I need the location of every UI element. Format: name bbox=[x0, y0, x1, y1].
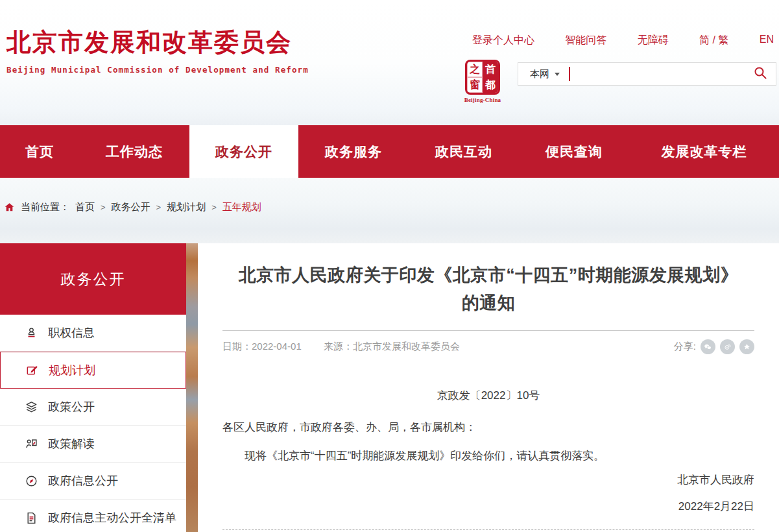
breadcrumb-item[interactable]: 首页 bbox=[75, 201, 95, 213]
nav-item[interactable]: 政民互动 bbox=[409, 125, 519, 178]
breadcrumb: 当前位置： 首页>政务公开>规划计划>五年规划 bbox=[0, 178, 779, 213]
sidebar-item[interactable]: 规划计划 bbox=[0, 352, 186, 389]
article-paragraph: 各区人民政府，市政府各委、办、局，各市属机构： bbox=[222, 418, 754, 436]
chevron-down-icon bbox=[555, 73, 560, 76]
layers-icon bbox=[23, 399, 39, 415]
search-scope-label: 本网 bbox=[530, 68, 549, 80]
nav-item[interactable]: 政务服务 bbox=[298, 125, 409, 178]
search-input[interactable] bbox=[570, 63, 746, 85]
sidebar-item[interactable]: 政府信息主动公开全清单 bbox=[0, 500, 186, 532]
breadcrumb-item[interactable]: 五年规划 bbox=[222, 201, 261, 213]
sidebar: 政务公开 职权信息规划计划政策公开政策解读政府信息公开政府信息主动公开全清单 bbox=[0, 243, 186, 532]
compass-icon bbox=[23, 473, 39, 489]
sidebar-item-label: 政策解读 bbox=[48, 436, 95, 452]
site-logo[interactable]: 北京市发展和改革委员会 Beijing Municipal Commission… bbox=[6, 26, 309, 75]
nav-item[interactable]: 便民查询 bbox=[519, 125, 629, 178]
nav-item[interactable]: 政务公开 bbox=[189, 125, 298, 178]
home-icon[interactable] bbox=[4, 202, 15, 213]
page: 北京市发展和改革委员会 Beijing Municipal Commission… bbox=[0, 0, 779, 532]
stamp-character: 首 bbox=[483, 62, 498, 77]
breadcrumb-separator: > bbox=[156, 202, 162, 212]
search-button[interactable] bbox=[746, 63, 776, 85]
sidebar-item[interactable]: 政府信息公开 bbox=[0, 463, 186, 500]
article-date: 日期：2022-04-01 bbox=[222, 341, 302, 352]
share-label: 分享: bbox=[674, 341, 696, 353]
sidebar-item[interactable]: 政策公开 bbox=[0, 389, 186, 426]
capital-window-logo[interactable]: 之首窗都 Beijing-China bbox=[462, 60, 503, 103]
site-logo-title: 北京市发展和改革委员会 bbox=[6, 26, 309, 59]
sidebar-list: 职权信息规划计划政策公开政策解读政府信息公开政府信息主动公开全清单 bbox=[0, 315, 186, 532]
search-row: 之首窗都 Beijing-China 本网 bbox=[462, 60, 776, 103]
nav-item[interactable]: 首页 bbox=[0, 125, 79, 178]
search-scope-dropdown[interactable]: 本网 bbox=[518, 68, 569, 80]
breadcrumb-separator: > bbox=[101, 202, 106, 212]
person-board-icon bbox=[23, 436, 39, 452]
main-area: 政务公开 职权信息规划计划政策公开政策解读政府信息公开政府信息主动公开全清单 北… bbox=[0, 243, 779, 532]
background-image-strip bbox=[186, 243, 198, 532]
search-box: 本网 bbox=[518, 62, 776, 86]
sidebar-header[interactable]: 政务公开 bbox=[0, 243, 186, 315]
nav-item[interactable]: 工作动态 bbox=[79, 125, 189, 178]
top-link-english[interactable]: EN bbox=[760, 34, 774, 47]
nav-item[interactable]: 发展改革专栏 bbox=[629, 125, 779, 178]
sidebar-item[interactable]: 职权信息 bbox=[0, 315, 186, 352]
capital-window-seal: 之首窗都 bbox=[465, 60, 500, 95]
weibo-icon[interactable] bbox=[720, 339, 735, 354]
share-bar: 分享: bbox=[674, 339, 754, 354]
edit-icon bbox=[24, 363, 40, 378]
site-header: 北京市发展和改革委员会 Beijing Municipal Commission… bbox=[0, 0, 779, 125]
stamp-icon bbox=[23, 325, 39, 341]
sidebar-item-label: 政策公开 bbox=[48, 399, 95, 415]
sidebar-item-label: 规划计划 bbox=[49, 363, 95, 378]
document-number: 京政发〔2022〕10号 bbox=[222, 388, 754, 403]
sidebar-item[interactable]: 政策解读 bbox=[0, 426, 186, 463]
main-nav: 首页工作动态政务公开政务服务政民互动便民查询发展改革专栏 bbox=[0, 125, 779, 178]
breadcrumb-item[interactable]: 规划计划 bbox=[167, 201, 206, 213]
article-signature-date: 2022年2月22日 bbox=[222, 499, 754, 514]
top-link-login[interactable]: 登录个人中心 bbox=[472, 34, 534, 47]
site-logo-subtitle: Beijing Municipal Commission of Developm… bbox=[6, 65, 309, 75]
stamp-character: 窗 bbox=[467, 77, 483, 93]
article-panel: 北京市人民政府关于印发《北京市“十四五”时期能源发展规划》 的通知 日期：202… bbox=[198, 243, 779, 532]
top-link-accessibility[interactable]: 无障碍 bbox=[638, 34, 669, 47]
document-icon bbox=[23, 510, 39, 526]
sidebar-item-label: 政府信息主动公开全清单 bbox=[48, 510, 176, 526]
article-signature: 北京市人民政府 bbox=[222, 472, 754, 487]
top-link-smart-qa[interactable]: 智能问答 bbox=[565, 34, 606, 47]
sidebar-item-label: 政府信息公开 bbox=[48, 473, 118, 489]
article-source: 来源：北京市发展和改革委员会 bbox=[324, 341, 460, 352]
article-paragraph: 现将《北京市“十四五”时期能源发展规划》印发给你们，请认真贯彻落实。 bbox=[222, 447, 754, 465]
top-link-simplified-traditional[interactable]: 简 / 繁 bbox=[699, 34, 728, 47]
stamp-character: 之 bbox=[467, 62, 483, 77]
top-links: 登录个人中心智能问答无障碍简 / 繁EN bbox=[462, 34, 776, 47]
wechat-icon[interactable] bbox=[701, 339, 715, 354]
star-icon[interactable] bbox=[739, 339, 754, 354]
breadcrumb-separator: > bbox=[211, 202, 217, 212]
article-meta: 日期：2022-04-01 来源：北京市发展和改革委员会 分享: bbox=[222, 339, 754, 354]
breadcrumb-band: 当前位置： 首页>政务公开>规划计划>五年规划 bbox=[0, 178, 779, 243]
breadcrumb-item[interactable]: 政务公开 bbox=[112, 201, 150, 213]
capital-window-caption: Beijing-China bbox=[462, 97, 503, 103]
sidebar-item-label: 职权信息 bbox=[48, 325, 95, 341]
header-right: 登录个人中心智能问答无障碍简 / 繁EN 之首窗都 Beijing-China … bbox=[462, 34, 776, 103]
search-icon bbox=[753, 66, 769, 83]
article-title: 北京市人民政府关于印发《北京市“十四五”时期能源发展规划》 的通知 bbox=[222, 261, 754, 317]
title-divider bbox=[222, 330, 754, 331]
bottom-dashed-divider bbox=[222, 529, 754, 530]
breadcrumb-prefix: 当前位置： bbox=[21, 201, 69, 213]
stamp-character: 都 bbox=[483, 77, 498, 93]
